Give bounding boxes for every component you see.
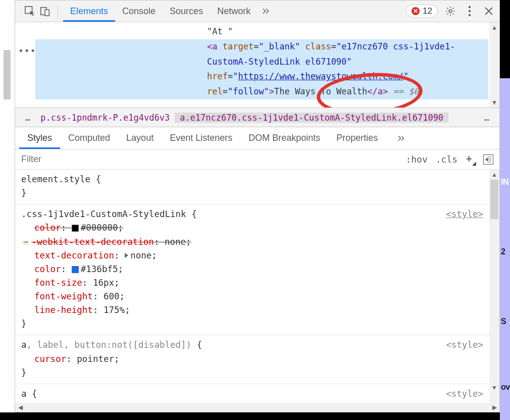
subtabs-overflow[interactable] [389, 127, 414, 149]
dom-tag-open: <a [207, 41, 217, 51]
breadcrumb-item[interactable]: p.css-1pndmrk-P.e1g4vd6v3 [35, 113, 175, 123]
rule-origin-link[interactable]: <style> [446, 387, 483, 401]
elements-dom-tree[interactable]: "At " ••• <a target="_blank" class="e17n… [15, 22, 499, 108]
styles-rules-list[interactable]: element.style { } <style> .css-1j1vde1-C… [15, 170, 489, 403]
toggle-computed-sidebar-icon[interactable] [483, 154, 493, 165]
subtab-event-listeners[interactable]: Event Listeners [162, 127, 240, 149]
rule-selector[interactable]: a, label, button:not([disabled]) [21, 340, 197, 350]
error-count-pill[interactable]: ✕ 12 [406, 5, 438, 18]
style-declaration[interactable]: font-size: 16px; [34, 276, 483, 290]
style-declaration-overridden[interactable]: color: #000000; [34, 221, 483, 235]
rule-selector[interactable]: .css-1j1vde1-CustomA-StyledLink [21, 209, 191, 219]
svg-point-5 [469, 10, 471, 12]
subtab-dom-breakpoints[interactable]: DOM Breakpoints [240, 127, 328, 149]
scroll-down-arrow-icon[interactable]: ▼ [489, 383, 499, 393]
scroll-left-arrow-icon[interactable]: ◀ [15, 403, 25, 412]
tab-sources[interactable]: Sources [163, 1, 210, 22]
style-declaration-overridden[interactable]: text-decoration: none; [34, 401, 483, 403]
kebab-menu-icon[interactable] [464, 6, 475, 17]
style-rule-element-style[interactable]: element.style { } [15, 170, 489, 204]
subtab-computed-label: Computed [68, 133, 110, 143]
style-rule-anchor[interactable]: <style> a { text-decoration: none; [15, 384, 489, 403]
cropped-text: 2 [501, 247, 505, 256]
error-count: 12 [423, 6, 432, 16]
dom-text-node[interactable]: "At " [35, 24, 488, 39]
subtab-styles[interactable]: Styles [19, 127, 60, 149]
device-toolbar-icon[interactable] [37, 4, 53, 19]
cls-toggle[interactable]: .cls [432, 154, 462, 165]
expand-shorthand-icon[interactable] [125, 253, 128, 258]
new-style-rule-button[interactable]: +◢ [462, 152, 480, 166]
scroll-right-arrow-icon[interactable]: ▶ [489, 403, 499, 412]
tab-sources-label: Sources [170, 6, 203, 17]
styles-filter-row: :hov .cls +◢ [15, 149, 499, 170]
rule-origin-link[interactable]: <style> [446, 338, 483, 352]
svg-point-4 [469, 6, 471, 8]
subtab-properties[interactable]: Properties [328, 127, 386, 149]
scroll-up-arrow-icon[interactable]: ▲ [489, 22, 499, 32]
styles-subtabs: Styles Computed Layout Event Listeners D… [15, 127, 499, 149]
error-icon: ✕ [412, 7, 420, 15]
styles-vertical-scrollbar[interactable]: ▲ ▼ [489, 170, 499, 403]
style-declaration[interactable]: text-decoration: none; [34, 249, 483, 262]
cropped-right-edge: IN 2 S ov [500, 0, 510, 420]
scroll-down-arrow-icon[interactable]: ▼ [489, 97, 499, 108]
svg-point-3 [449, 10, 452, 13]
dom-breadcrumb: … p.css-1pndmrk-P.e1g4vd6v3 a.e17ncz670.… [15, 108, 499, 127]
brace-close: } [21, 317, 483, 331]
style-declaration[interactable]: font-weight: 600; [34, 290, 483, 303]
dom-tag-gt: > [269, 86, 274, 96]
hov-toggle[interactable]: :hov [401, 154, 431, 165]
style-declaration[interactable]: cursor: pointer; [34, 352, 483, 366]
expand-ellipsis-icon[interactable]: ••• [18, 43, 36, 59]
devtools-top-tabs: Elements Console Sources Network ✕ 12 [15, 1, 499, 22]
style-rule-custom-link[interactable]: <style> .css-1j1vde1-CustomA-StyledLink … [15, 204, 489, 335]
close-devtools-icon[interactable] [483, 6, 494, 17]
chevron-double-right-icon [262, 7, 271, 16]
left-gutter-scrollbar[interactable] [0, 0, 15, 412]
rule-origin-link[interactable]: <style> [446, 207, 483, 221]
dom-vertical-scrollbar[interactable]: ▲ ▼ [489, 22, 499, 108]
dom-attr-name: rel [207, 86, 223, 96]
tab-network[interactable]: Network [210, 1, 258, 22]
inspect-element-icon[interactable] [22, 4, 37, 19]
dom-href-link[interactable]: https://www.thewaystowealth.com/ [238, 71, 403, 81]
brace-close: } [21, 366, 483, 380]
breadcrumb-overflow-right[interactable]: … [479, 113, 494, 123]
scroll-up-arrow-icon[interactable]: ▲ [489, 170, 499, 180]
style-rule-interactive[interactable]: <style> a, label, button:not([disabled])… [15, 335, 489, 384]
tab-network-label: Network [217, 6, 250, 17]
style-declaration[interactable]: line-height: 175%; [34, 303, 483, 317]
tabs-overflow[interactable] [258, 1, 275, 22]
breadcrumb-overflow-left[interactable]: … [20, 113, 35, 123]
subtab-layout[interactable]: Layout [118, 127, 162, 149]
style-declaration-invalid[interactable]: ⚠-webkit-text-decoration: none; [34, 235, 483, 249]
rule-selector[interactable]: element.style [21, 174, 96, 184]
tab-console[interactable]: Console [115, 1, 163, 22]
breadcrumb-item-active[interactable]: a.e17ncz670.css-1j1vde1-CustomA-StyledLi… [175, 113, 448, 123]
brace-open: { [197, 340, 202, 350]
subtab-layout-label: Layout [126, 133, 154, 143]
rule-selector[interactable]: a [21, 389, 32, 399]
brace-open: { [191, 209, 197, 219]
tab-elements-label: Elements [70, 6, 108, 17]
svg-point-6 [469, 14, 471, 16]
settings-gear-icon[interactable] [445, 6, 456, 17]
scroll-thumb[interactable] [490, 180, 498, 219]
styles-panel: element.style { } <style> .css-1j1vde1-C… [15, 170, 499, 403]
styles-horizontal-scrollbar[interactable]: ◀ ▶ [15, 403, 499, 412]
left-scroll-thumb[interactable] [4, 50, 11, 99]
style-declaration[interactable]: color: #136bf5; [34, 262, 483, 276]
subtab-dom-label: DOM Breakpoints [248, 133, 320, 143]
subtab-computed[interactable]: Computed [60, 127, 118, 149]
dom-selected-node[interactable]: ••• <a target="_blank" class="e17ncz670 … [35, 39, 488, 99]
devtools-window: Elements Console Sources Network ✕ 12 "A… [15, 0, 500, 412]
tab-elements[interactable]: Elements [63, 1, 115, 22]
dom-tag-close: </a> [367, 86, 388, 96]
dom-attr-quote: " [403, 71, 409, 81]
styles-filter-input[interactable] [20, 153, 401, 165]
subtab-properties-label: Properties [336, 133, 378, 143]
dom-eq-dollar-zero: == $0 [388, 86, 419, 96]
cropped-text: S [501, 317, 506, 326]
dom-attr-name: target [217, 41, 253, 51]
